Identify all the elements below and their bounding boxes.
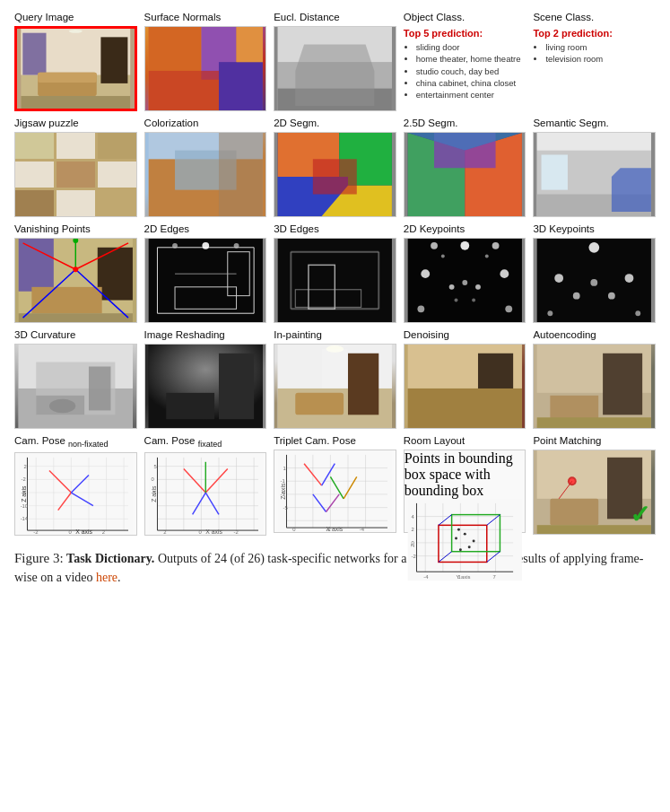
img-query-image — [14, 26, 137, 111]
figure-caption: Figure 3: Task Dictionary. Outputs of 24… — [14, 548, 656, 588]
seg2d-svg — [274, 133, 396, 216]
svg-rect-98 — [89, 366, 110, 410]
label-inpainting: In-painting — [274, 328, 322, 342]
pose1-svg: X axis Z axis 2 -2 -6 -10 -14 -2 0 2 — [15, 453, 136, 535]
img-autoencoding — [533, 344, 656, 429]
autoenc-svg — [534, 345, 655, 428]
svg-rect-39 — [537, 133, 651, 151]
cell-room-layout: Room Layout Points in bounding box space… — [404, 434, 526, 536]
svg-marker-38 — [612, 168, 651, 212]
cell-triplet-cam-pose: Triplet Cam. Pose — [274, 434, 396, 536]
img-jigsaw — [14, 132, 137, 217]
pose2-svg: X axis Z axis 5 0 -5 2 0 -2 — [145, 453, 266, 535]
label-image-reshading: Image Reshading — [144, 328, 225, 342]
normals-svg — [145, 27, 266, 110]
cell-eucl-distance: Eucl. Distance — [274, 11, 396, 111]
img-colorization — [144, 132, 267, 217]
svg-point-50 — [73, 266, 78, 272]
jigsaw-cell-0 — [15, 133, 54, 159]
here-link[interactable]: here — [96, 571, 117, 584]
img-25d-segm — [404, 132, 526, 217]
cell-25d-segm: 2.5D Segm. — [404, 117, 526, 217]
denoise-svg — [405, 345, 526, 428]
plot-cam-pose-nonfixed: X axis Z axis 2 -2 -6 -10 -14 -2 0 2 — [14, 452, 137, 536]
cell-2d-keypoints: 2D Keypoints — [404, 223, 526, 323]
img-2d-keypoints — [404, 238, 526, 323]
svg-text:-6: -6 — [22, 490, 26, 495]
svg-point-89 — [573, 292, 580, 300]
jigsaw-cell-1 — [57, 133, 95, 159]
svg-text:-4: -4 — [360, 527, 365, 532]
label-semantic-segm: Semantic Segm. — [533, 117, 608, 130]
svg-point-90 — [608, 292, 615, 300]
svg-rect-52 — [148, 239, 262, 322]
svg-rect-177 — [278, 450, 392, 532]
caption-bold: Task Dictionary. — [66, 552, 154, 565]
eucl-svg — [274, 27, 396, 110]
label-point-matching: Point Matching — [533, 434, 601, 448]
svg-rect-121 — [537, 417, 651, 428]
label-vanishing-points: Vanishing Points — [14, 223, 91, 236]
cell-3d-keypoints: 3D Keypoints — [533, 223, 656, 323]
svg-point-100 — [49, 398, 75, 413]
svg-text:2: 2 — [411, 527, 413, 532]
svg-point-92 — [636, 310, 641, 316]
svg-point-226 — [459, 548, 462, 551]
obj-pred-1: sliding door — [416, 41, 526, 53]
label-scene-class: Scene Class. — [533, 11, 594, 24]
obj-pred-5: entertainment center — [416, 89, 526, 100]
obj-pred-list: sliding door home theater, home theatre … — [404, 41, 526, 100]
svg-text:-14: -14 — [21, 516, 29, 521]
svg-text:-10: -10 — [21, 502, 29, 508]
cell-scene-class: Scene Class. Top 2 prediction: living ro… — [533, 11, 656, 111]
svg-rect-3 — [100, 37, 127, 83]
svg-point-84 — [472, 298, 475, 301]
edges3d-svg — [274, 239, 396, 322]
label-denoising: Denoising — [404, 328, 449, 342]
svg-rect-22 — [219, 133, 263, 216]
svg-rect-5 — [38, 73, 97, 83]
jigsaw-cell-5 — [98, 162, 136, 188]
query-svg — [17, 29, 135, 109]
task-grid: Query Image — [14, 11, 656, 536]
img-vanishing-points — [14, 238, 137, 323]
cell-jigsaw: Jigsaw puzzle — [14, 117, 137, 217]
svg-point-62 — [233, 243, 239, 249]
svg-text:-2: -2 — [33, 529, 38, 535]
vanish-svg — [15, 239, 136, 322]
cell-object-class: Object Class. Top 5 prediction: sliding … — [404, 11, 526, 111]
plot-room-layout: Points in bounding box space with boundi… — [404, 450, 526, 533]
svg-rect-205 — [407, 499, 521, 581]
label-3d-keypoints: 3D Keypoints — [533, 223, 594, 236]
scene-class-content: Top 2 prediction: living room television… — [533, 26, 656, 67]
vanish-visual — [15, 239, 136, 322]
img-3d-curvature — [14, 344, 137, 429]
label-sub-nonfixed: non-fixated — [68, 440, 109, 449]
room-layout-caption: Points in bounding box space with boundi… — [405, 450, 526, 499]
svg-rect-111 — [322, 349, 348, 389]
caption-end: . — [117, 571, 121, 584]
label-2d-segm: 2D Segm. — [274, 117, 319, 130]
img-3d-edges — [274, 238, 396, 323]
svg-rect-241 — [551, 499, 599, 525]
obj-pred-3: studio couch, day bed — [416, 65, 526, 77]
obj-pred-2: home theater, home theatre — [416, 53, 526, 65]
figure-label: Figure 3: — [14, 551, 64, 565]
img-image-reshading — [144, 344, 267, 429]
svg-text:-5: -5 — [283, 504, 289, 510]
jigsaw-cell-3 — [15, 162, 54, 188]
svg-text:1: 1 — [283, 465, 286, 470]
svg-point-225 — [468, 546, 471, 548]
svg-point-74 — [421, 269, 430, 278]
jigsaw-grid — [15, 133, 136, 216]
svg-point-83 — [454, 298, 457, 301]
cell-semantic-segm: Semantic Segm. — [533, 117, 656, 217]
label-3d-edges: 3D Edges — [274, 223, 319, 236]
label-sub-fixed: fixated — [198, 440, 222, 449]
semseg-svg — [534, 133, 655, 216]
cell-3d-curvature: 3D Curvature — [14, 328, 137, 429]
label-surface-normals: Surface Normals — [144, 11, 222, 24]
cell-surface-normals: Surface Normals — [144, 11, 267, 111]
svg-text:7: 7 — [492, 574, 495, 580]
jigsaw-cell-8 — [98, 190, 136, 216]
